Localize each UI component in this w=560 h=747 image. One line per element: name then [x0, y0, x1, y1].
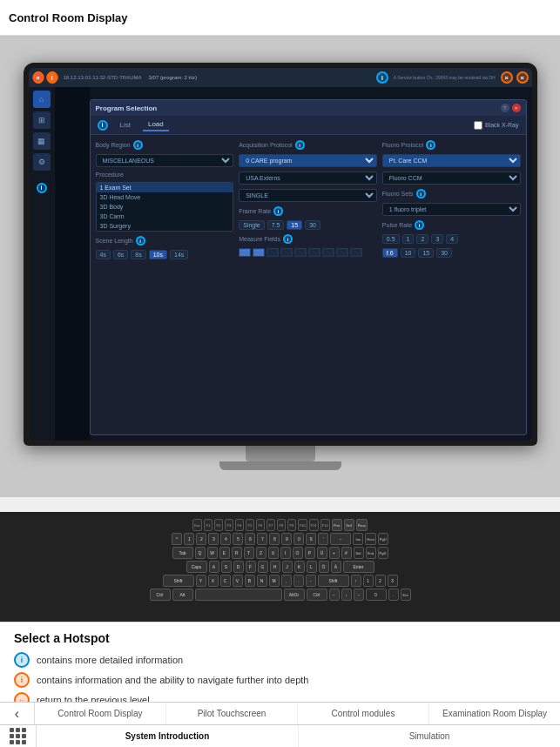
- kb-pause[interactable]: Paus: [356, 519, 368, 531]
- kb-altgr[interactable]: AltGr: [284, 589, 305, 601]
- black-xray-checkbox[interactable]: Black X-Ray: [474, 121, 519, 130]
- kb-9[interactable]: 9: [281, 533, 292, 545]
- kb-f7[interactable]: F7: [267, 519, 275, 531]
- kb-1[interactable]: 1: [184, 533, 194, 545]
- kb-enter[interactable]: Enter: [343, 561, 374, 573]
- pr-btn-6[interactable]: 10: [401, 248, 416, 258]
- kb-oe[interactable]: Ö: [319, 561, 329, 573]
- kb-n[interactable]: N: [257, 575, 267, 587]
- pr-btn-5[interactable]: f.6: [382, 248, 398, 258]
- kb-f6[interactable]: F6: [256, 519, 265, 531]
- kb-home[interactable]: Hom: [365, 533, 375, 545]
- proc-item-0[interactable]: 1 Exam Set: [97, 183, 233, 192]
- kb-caps[interactable]: Caps: [186, 561, 207, 573]
- kb-y[interactable]: Y: [196, 575, 206, 587]
- system-intro-link[interactable]: System Introduction: [37, 725, 298, 747]
- acq-select[interactable]: 0 CARE program: [239, 154, 377, 167]
- kb-end[interactable]: End: [366, 547, 376, 559]
- kb-lalt[interactable]: Alt: [172, 589, 193, 601]
- hotspot-pulse-rate[interactable]: i: [415, 220, 424, 230]
- kb-up[interactable]: ↑: [351, 575, 361, 587]
- tab-list[interactable]: List: [115, 119, 136, 131]
- pr-btn-7[interactable]: 15: [418, 248, 434, 258]
- kb-npenter[interactable]: Ent: [401, 589, 411, 601]
- kb-caret[interactable]: ^: [172, 533, 182, 545]
- kb-g[interactable]: G: [258, 561, 268, 573]
- pr-btn-0[interactable]: 0.5: [382, 234, 400, 244]
- hotspot-topbar-2[interactable]: i: [46, 71, 58, 84]
- scene-btn-4[interactable]: 14s: [170, 250, 188, 259]
- kb-t[interactable]: T: [244, 547, 254, 559]
- kb-ae[interactable]: Ä: [331, 561, 341, 573]
- kb-h[interactable]: H: [270, 561, 280, 573]
- scene-btn-3[interactable]: 10s: [149, 250, 167, 259]
- hotspot-ps-header[interactable]: i: [98, 120, 108, 131]
- kb-f9[interactable]: F9: [287, 519, 296, 531]
- hotspot-fluoro-sets[interactable]: i: [416, 189, 426, 199]
- kb-scroll[interactable]: Scrl: [344, 519, 354, 531]
- measure-btn-5[interactable]: [308, 248, 320, 257]
- kb-e[interactable]: E: [219, 547, 230, 559]
- proc-item-3[interactable]: 3D Carm: [97, 212, 233, 221]
- kb-a[interactable]: A: [209, 561, 219, 573]
- pr-btn-3[interactable]: 3: [431, 234, 443, 244]
- measure-btn-0[interactable]: [239, 248, 251, 257]
- kb-m[interactable]: M: [269, 575, 280, 587]
- kb-3[interactable]: 3: [208, 533, 219, 545]
- pr-btn-2[interactable]: 2: [416, 234, 428, 244]
- kb-i[interactable]: I: [280, 547, 291, 559]
- kb-8[interactable]: 8: [269, 533, 280, 545]
- kb-f4[interactable]: F4: [235, 519, 244, 531]
- kb-u[interactable]: U: [268, 547, 279, 559]
- kb-4[interactable]: 4: [220, 533, 231, 545]
- hotspot-measure[interactable]: i: [283, 234, 293, 244]
- kb-np3[interactable]: 3: [388, 575, 398, 587]
- kb-f[interactable]: F: [246, 561, 256, 573]
- hotspot-frame-rate[interactable]: i: [273, 206, 283, 216]
- kb-space[interactable]: [195, 589, 282, 601]
- kb-p[interactable]: P: [305, 547, 315, 559]
- proc-item-4[interactable]: 3D Surgery: [97, 221, 233, 231]
- body-region-select[interactable]: MISCELLANEOUS: [96, 154, 234, 167]
- kb-left[interactable]: ←: [329, 589, 340, 601]
- scene-btn-0[interactable]: 4s: [96, 250, 111, 259]
- simulation-link[interactable]: Simulation: [298, 725, 560, 747]
- measure-btn-4[interactable]: [294, 248, 307, 257]
- nav-tab-0[interactable]: Control Room Display: [35, 703, 165, 724]
- pr-btn-4[interactable]: 4: [446, 234, 458, 244]
- kb-o[interactable]: O: [293, 547, 303, 559]
- hotspot-topbar-3[interactable]: i: [376, 71, 388, 84]
- kb-q[interactable]: Q: [195, 547, 206, 559]
- kb-comma[interactable]: ,: [281, 575, 292, 587]
- kb-down[interactable]: ↓: [341, 589, 352, 601]
- kb-f10[interactable]: F10: [298, 519, 307, 531]
- kb-pgup[interactable]: PgU: [378, 533, 388, 545]
- kb-print[interactable]: Prnt: [332, 519, 342, 531]
- kb-pgdn[interactable]: PgD: [378, 547, 388, 559]
- sidebar-grid[interactable]: ▦: [33, 132, 51, 150]
- ps-help-btn[interactable]: ?: [501, 104, 509, 112]
- kb-npdot[interactable]: .: [388, 589, 399, 601]
- kb-f5[interactable]: F5: [246, 519, 254, 531]
- pr-btn-1[interactable]: 1: [402, 234, 415, 244]
- kb-0[interactable]: 0: [293, 533, 304, 545]
- proc-item-2[interactable]: 3D Body: [97, 202, 233, 212]
- apps-button[interactable]: [0, 725, 37, 747]
- kb-f1[interactable]: F1: [204, 519, 213, 531]
- acq-single-select[interactable]: SINGLE: [239, 189, 377, 202]
- measure-btn-1[interactable]: [253, 248, 265, 257]
- kb-np0[interactable]: 0: [366, 589, 387, 601]
- kb-minus[interactable]: -: [306, 575, 316, 587]
- scene-btn-1[interactable]: 6s: [113, 250, 128, 259]
- kb-rshift[interactable]: Shift: [318, 575, 349, 587]
- kb-del[interactable]: Del: [354, 547, 364, 559]
- kb-np2[interactable]: 2: [375, 575, 386, 587]
- kb-7[interactable]: 7: [257, 533, 267, 545]
- kb-b[interactable]: B: [245, 575, 255, 587]
- kb-k[interactable]: K: [294, 561, 305, 573]
- kb-v[interactable]: V: [233, 575, 243, 587]
- hotspot-body-region[interactable]: i: [133, 140, 143, 150]
- sidebar-settings[interactable]: ⚙: [33, 153, 51, 171]
- measure-btn-7[interactable]: [336, 248, 348, 257]
- hotspot-fluoro[interactable]: i: [426, 140, 435, 150]
